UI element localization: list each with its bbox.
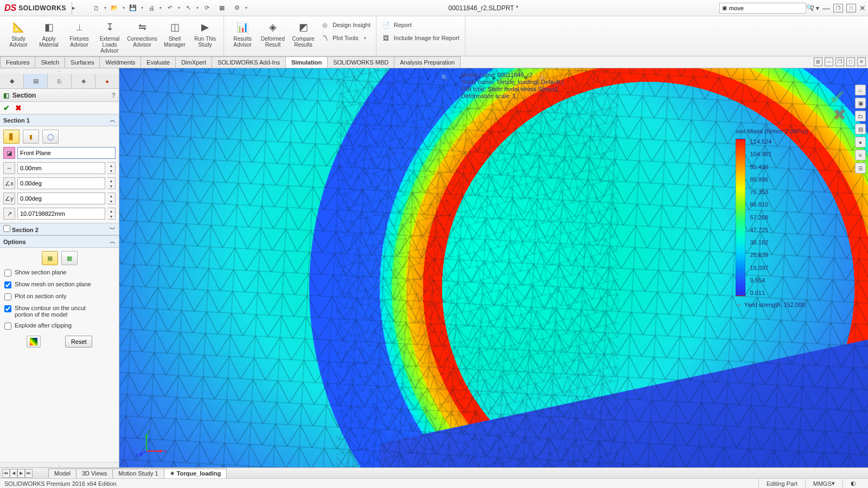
taskpane-forum-icon[interactable]: ☰ [855, 163, 866, 174]
pane-grip-bottom[interactable] [0, 462, 119, 467]
tab-surfaces[interactable]: Surfaces [65, 56, 100, 68]
display-manager-tab[interactable]: ● [95, 74, 119, 88]
tab-nav-first[interactable]: ⏮ [2, 469, 10, 478]
tab-analysis-prep[interactable]: Analysis Preparation [394, 56, 461, 68]
offset-distance-input[interactable] [17, 162, 105, 174]
select-icon[interactable]: ↖ [181, 2, 195, 14]
section-sphere-mode-button[interactable]: ◯ [42, 130, 59, 144]
dimxpert-manager-tab[interactable]: ◈ [72, 74, 95, 88]
rebuild-icon[interactable]: ⟳ [200, 2, 214, 14]
run-study-button[interactable]: ▶Run ThisStudy [190, 18, 220, 54]
tab-evaluate[interactable]: Evaluate [141, 56, 176, 68]
pm-help-icon[interactable]: ? [112, 92, 116, 99]
bottom-tab-study[interactable]: ✶Torque_loading [164, 468, 227, 478]
deformed-result-button[interactable]: ◈DeformedResult [258, 18, 288, 54]
help-icon[interactable]: ? ▾ [810, 4, 819, 12]
plot-on-section-checkbox[interactable] [4, 293, 11, 300]
search-scope-icon[interactable]: ▣ [722, 5, 727, 11]
external-loads-advisor-button[interactable]: ↧ExternalLoadsAdvisor [94, 18, 125, 54]
save-icon[interactable]: 💾 [126, 2, 140, 14]
zoom-fit-icon[interactable]: ⤢ [423, 72, 435, 84]
maximize-button[interactable]: □ [846, 4, 856, 12]
tab-swmbd[interactable]: SOLIDWORKS MBD [327, 56, 394, 68]
design-insight-button[interactable]: ◎Design Insight [318, 20, 373, 30]
apply-material-button[interactable]: ◧ApplyMaterial [34, 18, 64, 54]
clip-mode-b-button[interactable]: ▩ [61, 251, 78, 265]
status-units[interactable]: MMGS ▾ [805, 479, 843, 489]
app-menu-dropdown[interactable]: ▸ [72, 2, 75, 14]
tab-weldments[interactable]: Weldments [99, 56, 141, 68]
pm-ok-button[interactable]: ✔ [3, 104, 10, 112]
open-file-icon[interactable]: 📂 [107, 2, 122, 14]
property-manager-tab[interactable]: ▤ [24, 74, 48, 88]
plane-selector-icon[interactable]: ◪ [3, 147, 15, 159]
pm-cancel-button[interactable]: ✖ [15, 104, 22, 112]
explode-after-clip-checkbox[interactable] [4, 323, 11, 330]
zoom-area-icon[interactable]: 🔍 [439, 72, 451, 84]
roty-spinner[interactable]: ▲▼ [107, 192, 116, 204]
report-button[interactable]: 📄Report [380, 20, 462, 30]
show-section-plane-checkbox[interactable] [4, 269, 11, 277]
search-input[interactable] [729, 5, 804, 11]
viewport-tile-icon[interactable]: ⊞ [814, 57, 822, 66]
viewport-close-icon[interactable]: ✕ [857, 57, 866, 66]
taskpane-design-library-icon[interactable]: ▣ [855, 98, 866, 108]
show-mesh-checkbox[interactable] [4, 281, 11, 288]
orientation-triad[interactable]: x y z [136, 424, 168, 457]
results-advisor-button[interactable]: 📊ResultsAdvisor [227, 18, 258, 54]
rotation-x-input[interactable] [17, 177, 105, 189]
rotx-spinner[interactable]: ▲▼ [107, 177, 116, 189]
options-header[interactable]: Options ︿ [0, 235, 119, 248]
restore-button[interactable]: ❐ [833, 4, 843, 12]
minimize-button[interactable]: — [822, 4, 830, 12]
tab-nav-prev[interactable]: ◀ [10, 469, 17, 478]
tab-sketch[interactable]: Sketch [35, 56, 65, 68]
show-contour-checkbox[interactable] [4, 305, 11, 312]
depth-input[interactable] [17, 208, 105, 220]
pane-grip-top[interactable] [0, 68, 119, 74]
bottom-tab-model[interactable]: Model [48, 468, 76, 478]
feature-manager-tab[interactable]: ◆ [0, 74, 24, 88]
options-gear-icon[interactable]: ⚙ [230, 2, 244, 14]
taskpane-custom-props-icon[interactable]: ≡ [855, 150, 866, 160]
rotation-y-input[interactable] [17, 192, 105, 204]
section2-header[interactable]: Section 2 ﹀ [0, 223, 119, 235]
section-plane-mode-button[interactable]: ▊ [3, 130, 20, 144]
reset-button[interactable]: Reset [65, 336, 92, 348]
command-search[interactable]: ▣ 🔍▾ [719, 3, 806, 14]
offset-spinner[interactable]: ▲▼ [107, 162, 116, 174]
study-advisor-button[interactable]: 📐StudyAdvisor [3, 18, 34, 54]
plot-tools-button[interactable]: 〽Plot Tools▾ [318, 33, 373, 43]
viewport-restore-icon[interactable]: ❐ [835, 57, 844, 66]
reference-plane-input[interactable] [17, 147, 116, 159]
tab-nav-last[interactable]: ⏭ [25, 469, 33, 478]
file-properties-icon[interactable]: ▦ [215, 2, 229, 14]
taskpane-appearances-icon[interactable]: ● [855, 137, 866, 147]
depth-spinner[interactable]: ▲▼ [107, 208, 116, 220]
close-button[interactable]: ✕ [859, 4, 866, 12]
bottom-tab-3dviews[interactable]: 3D Views [76, 468, 113, 478]
configuration-manager-tab[interactable]: ⎘ [48, 74, 72, 88]
viewport-minimize-icon[interactable]: — [825, 57, 833, 66]
tab-dimxpert[interactable]: DimXpert [175, 56, 212, 68]
tab-features[interactable]: Features [0, 56, 35, 68]
viewport-maximize-icon[interactable]: □ [846, 57, 855, 66]
connections-advisor-button[interactable]: ⇋ConnectionsAdvisor [125, 18, 159, 54]
clip-mode-a-button[interactable]: ▦ [42, 251, 58, 265]
section-cylinder-mode-button[interactable]: ▮ [23, 130, 39, 144]
bottom-tab-motion-study[interactable]: Motion Study 1 [112, 468, 164, 478]
print-icon[interactable]: 🖨 [144, 2, 158, 14]
undo-icon[interactable]: ↶ [163, 2, 177, 14]
tab-simulation[interactable]: Simulation [285, 56, 328, 68]
taskpane-view-palette-icon[interactable]: ▤ [855, 124, 866, 134]
in-context-cancel-icon[interactable]: ✖ [833, 105, 846, 124]
new-file-icon[interactable]: 🗋 [89, 2, 103, 14]
section1-header[interactable]: Section 1 ︿ [0, 114, 119, 126]
include-image-report-button[interactable]: 🖼Include Image for Report [380, 33, 462, 43]
compare-results-button[interactable]: ◩CompareResults [288, 18, 318, 54]
shell-manager-button[interactable]: ◫ShellManager [159, 18, 190, 54]
status-extra-icon[interactable]: ◐ [843, 479, 864, 489]
tab-nav-next[interactable]: ▶ [17, 469, 25, 478]
fixtures-advisor-button[interactable]: ⟂FixturesAdvisor [64, 18, 94, 54]
taskpane-file-explorer-icon[interactable]: 🗀 [855, 111, 866, 121]
